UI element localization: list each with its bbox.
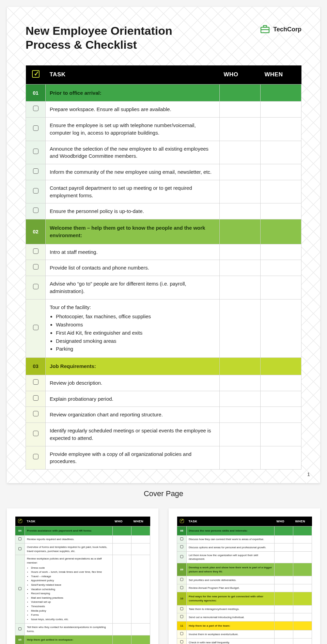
who-cell[interactable] xyxy=(275,543,293,552)
when-cell[interactable] xyxy=(131,543,150,555)
task-text: Contact payroll department to set up mee… xyxy=(46,180,220,203)
section-number: 10 xyxy=(177,592,187,605)
who-cell[interactable] xyxy=(220,141,261,164)
checkbox-cell[interactable] xyxy=(15,555,25,624)
when-cell[interactable] xyxy=(293,613,312,622)
when-cell[interactable] xyxy=(293,639,312,644)
who-cell[interactable] xyxy=(220,203,261,219)
when-cell[interactable] xyxy=(293,543,312,552)
when-cell[interactable] xyxy=(293,535,312,543)
who-cell[interactable] xyxy=(275,613,293,622)
who-cell[interactable] xyxy=(220,102,261,118)
when-cell[interactable] xyxy=(261,203,301,219)
when-cell[interactable] xyxy=(293,576,312,584)
checkbox-cell[interactable] xyxy=(26,180,46,203)
when-cell[interactable] xyxy=(261,164,301,180)
who-cell[interactable] xyxy=(220,260,261,276)
checkbox-icon xyxy=(180,607,183,610)
checkbox-cell[interactable] xyxy=(177,584,187,592)
who-cell[interactable] xyxy=(220,244,261,260)
who-cell[interactable] xyxy=(275,576,293,584)
who-cell[interactable] xyxy=(113,535,131,543)
checkbox-cell[interactable] xyxy=(15,543,25,555)
checkbox-cell[interactable] xyxy=(26,407,46,423)
when-cell[interactable] xyxy=(261,118,301,141)
checkbox-cell[interactable] xyxy=(177,605,187,613)
when-cell[interactable] xyxy=(293,630,312,639)
who-cell[interactable] xyxy=(275,551,293,563)
who-cell[interactable] xyxy=(220,407,261,423)
who-cell[interactable] xyxy=(220,423,261,446)
when-cell[interactable] xyxy=(293,605,312,613)
checkbox-cell[interactable] xyxy=(26,423,46,446)
checkbox-cell[interactable] xyxy=(177,543,187,552)
checkbox-cell[interactable] xyxy=(177,576,187,584)
page-2: TASK WHO WHEN 04Provide assistance with … xyxy=(7,508,158,644)
who-cell[interactable] xyxy=(220,164,261,180)
checkbox-cell[interactable] xyxy=(177,639,187,644)
checkbox-icon xyxy=(180,537,183,540)
checkbox-cell[interactable] xyxy=(26,446,46,470)
who-cell[interactable] xyxy=(220,446,261,470)
who-cell[interactable] xyxy=(275,639,293,644)
checkbox-icon xyxy=(180,615,183,618)
when-cell[interactable] xyxy=(261,391,301,407)
checkbox-cell[interactable] xyxy=(177,613,187,622)
who-cell xyxy=(220,358,261,375)
when-cell[interactable] xyxy=(261,141,301,164)
task-row: Review workplace policies and general ex… xyxy=(15,555,150,624)
who-cell[interactable] xyxy=(220,118,261,141)
checkbox-cell[interactable] xyxy=(26,203,46,219)
checkbox-cell[interactable] xyxy=(26,244,46,260)
checkbox-cell[interactable] xyxy=(26,118,46,141)
when-cell[interactable] xyxy=(131,555,150,624)
when-cell[interactable] xyxy=(261,244,301,260)
checkbox-icon xyxy=(33,284,38,289)
when-cell[interactable] xyxy=(261,407,301,423)
checkbox-cell[interactable] xyxy=(177,630,187,639)
who-cell[interactable] xyxy=(275,630,293,639)
checkbox-cell[interactable] xyxy=(26,141,46,164)
when-cell[interactable] xyxy=(261,260,301,276)
when-cell[interactable] xyxy=(261,180,301,203)
checkbox-cell[interactable] xyxy=(15,624,25,635)
checkbox-cell[interactable] xyxy=(26,299,46,358)
when-cell[interactable] xyxy=(261,423,301,446)
when-cell[interactable] xyxy=(293,551,312,563)
task-row: Review reports required and deadlines. xyxy=(15,535,150,543)
checkbox-cell[interactable] xyxy=(15,535,25,543)
who-cell[interactable] xyxy=(220,375,261,391)
who-cell[interactable] xyxy=(275,605,293,613)
checkbox-icon xyxy=(33,208,38,213)
who-cell[interactable] xyxy=(220,299,261,358)
task-row: Intro at staff meeting. xyxy=(26,244,301,260)
when-cell[interactable] xyxy=(261,299,301,358)
checkbox-cell[interactable] xyxy=(26,375,46,391)
checkbox-cell[interactable] xyxy=(26,276,46,300)
task-text: Advise who “go to” people are for differ… xyxy=(46,276,220,300)
when-cell[interactable] xyxy=(131,535,150,543)
when-cell[interactable] xyxy=(293,584,312,592)
who-cell[interactable] xyxy=(113,624,131,635)
who-cell[interactable] xyxy=(113,543,131,555)
checkbox-cell[interactable] xyxy=(26,391,46,407)
when-cell[interactable] xyxy=(261,102,301,118)
checkbox-cell[interactable] xyxy=(177,551,187,563)
who-cell[interactable] xyxy=(220,276,261,300)
when-cell[interactable] xyxy=(261,375,301,391)
who-cell[interactable] xyxy=(113,555,131,624)
when-cell[interactable] xyxy=(261,446,301,470)
when-cell[interactable] xyxy=(131,624,150,635)
checkbox-cell[interactable] xyxy=(26,260,46,276)
who-cell[interactable] xyxy=(275,535,293,543)
section-header: 03Job Requirements: xyxy=(26,358,301,375)
page-number: 1 xyxy=(307,471,310,477)
who-cell[interactable] xyxy=(275,584,293,592)
who-cell[interactable] xyxy=(220,391,261,407)
checkbox-cell[interactable] xyxy=(26,164,46,180)
checkbox-cell[interactable] xyxy=(177,535,187,543)
when-cell[interactable] xyxy=(261,276,301,300)
check-icon xyxy=(180,519,184,523)
who-cell[interactable] xyxy=(220,180,261,203)
checkbox-cell[interactable] xyxy=(26,102,46,118)
